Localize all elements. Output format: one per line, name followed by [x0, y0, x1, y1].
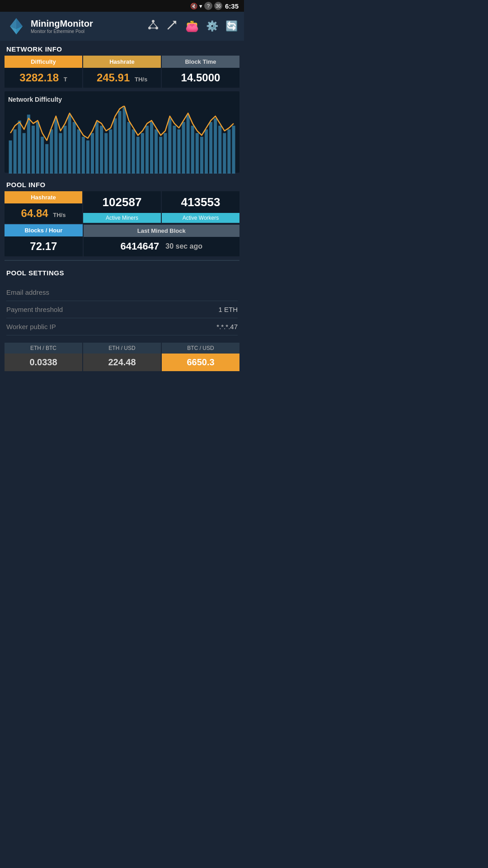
hashrate-box: Hashrate 245.91 TH/s	[83, 56, 161, 88]
wallet-icon[interactable]: 👛	[185, 20, 199, 33]
svg-rect-15	[27, 115, 30, 174]
eth-usd-box: ETH / USD 224.48	[83, 343, 161, 371]
btc-usd-value: 6650.3	[162, 354, 239, 371]
pool-info-panel: Hashrate 64.84 TH/s 102587 Active Miners…	[0, 191, 244, 256]
svg-rect-45	[164, 133, 167, 174]
app-subtitle: Monitor for Ethermine Pool	[31, 29, 93, 34]
difficulty-label: Difficulty	[5, 56, 82, 68]
svg-rect-44	[159, 137, 162, 174]
svg-rect-23	[63, 126, 66, 174]
btc-usd-box: BTC / USD 6650.3	[162, 343, 239, 371]
svg-rect-20	[50, 129, 53, 174]
block-number: 6414647	[121, 241, 160, 252]
svg-rect-24	[68, 115, 71, 174]
pool-hashrate-box: Hashrate 64.84 TH/s	[5, 191, 82, 223]
svg-rect-47	[173, 126, 176, 174]
logo-text: MiningMonitor Monitor for Ethermine Pool	[31, 19, 93, 34]
svg-rect-35	[118, 111, 121, 174]
svg-rect-34	[113, 118, 117, 174]
svg-rect-49	[182, 122, 185, 174]
svg-rect-51	[191, 126, 194, 174]
settings-icon[interactable]: ⚙️	[206, 20, 218, 32]
network-icon[interactable]	[147, 19, 159, 33]
svg-rect-11	[9, 141, 12, 174]
chart-title: Network Difficulty	[8, 96, 236, 103]
help-icon: ?	[204, 2, 212, 10]
svg-line-10	[168, 23, 174, 29]
svg-rect-31	[100, 126, 103, 174]
pool-bottom-grid: Blocks / Hour 72.17 Last Mined Block 641…	[5, 224, 239, 256]
pool-info-title: POOL INFO	[0, 176, 244, 191]
worker-ip-setting-row: Worker public IP *.*.*.47	[6, 318, 238, 335]
active-workers-count: 413553	[162, 192, 239, 213]
svg-rect-30	[95, 122, 99, 174]
last-mined-block-box: Last Mined Block 6414647 30 sec ago	[84, 224, 239, 256]
app-name: MiningMonitor	[31, 19, 93, 29]
worker-ip-label: Worker public IP	[6, 323, 56, 330]
svg-rect-53	[200, 137, 203, 174]
svg-rect-29	[91, 133, 94, 174]
svg-rect-39	[136, 137, 140, 174]
network-metrics-grid: Difficulty 3282.18 T Hashrate 245.91 TH/…	[5, 56, 239, 88]
hashrate-value: 245.91 TH/s	[95, 68, 149, 88]
svg-rect-37	[127, 122, 131, 174]
last-mined-block-value: 6414647 30 sec ago	[84, 237, 239, 256]
status-icons: 🔇 ▾ ? 36	[190, 2, 222, 10]
eth-btc-label: ETH / BTC	[5, 343, 82, 354]
svg-rect-54	[205, 129, 208, 174]
payment-setting-row: Payment threshold 1 ETH	[6, 301, 238, 318]
svg-rect-56	[214, 118, 217, 174]
refresh-icon[interactable]: 🔄	[225, 20, 238, 32]
svg-rect-18	[41, 137, 44, 174]
svg-rect-52	[196, 133, 199, 174]
svg-line-7	[150, 23, 153, 27]
email-setting-row: Email address	[6, 284, 238, 301]
last-mined-block-label: Last Mined Block	[84, 225, 239, 237]
network-info-panel: Difficulty 3282.18 T Hashrate 245.91 TH/…	[0, 56, 244, 88]
pickaxe-icon[interactable]	[166, 19, 178, 33]
active-workers-box: 413553 Active Workers	[162, 191, 239, 223]
hashrate-label: Hashrate	[83, 56, 161, 68]
worker-ip-value: *.*.*.47	[216, 323, 238, 330]
active-workers-label: Active Workers	[162, 213, 239, 223]
svg-rect-36	[123, 107, 126, 174]
pool-top-grid: Hashrate 64.84 TH/s 102587 Active Miners…	[5, 191, 239, 223]
pool-hashrate-label: Hashrate	[5, 191, 82, 203]
block-time-ago: 30 sec ago	[165, 242, 202, 250]
active-miners-box: 102587 Active Miners	[83, 191, 161, 223]
blocks-hour-label: Blocks / Hour	[5, 224, 83, 236]
payment-label: Payment threshold	[6, 306, 63, 313]
block-time-value: 14.5000	[179, 68, 222, 88]
app-logo	[6, 16, 26, 36]
svg-rect-46	[168, 118, 171, 174]
blocks-hour-value: 72.17	[28, 236, 59, 256]
svg-rect-28	[86, 141, 89, 174]
mute-icon: 🔇	[190, 3, 197, 9]
btc-usd-label: BTC / USD	[162, 343, 239, 354]
svg-rect-16	[32, 126, 35, 174]
svg-rect-21	[54, 118, 57, 174]
chart-area	[8, 106, 236, 174]
network-difficulty-chart: Network Difficulty	[5, 91, 239, 173]
payment-value: 1 ETH	[218, 306, 238, 313]
network-info-title: NETWORK INFO	[0, 41, 244, 56]
active-miners-count: 102587	[83, 192, 161, 213]
status-time: 6:35	[225, 2, 239, 10]
active-miners-label: Active Miners	[83, 213, 161, 223]
difficulty-value: 3282.18 T	[18, 68, 69, 88]
difficulty-box: Difficulty 3282.18 T	[5, 56, 82, 88]
svg-rect-32	[104, 133, 108, 174]
svg-rect-33	[109, 129, 112, 174]
chart-svg	[8, 106, 236, 174]
svg-rect-38	[132, 129, 135, 174]
svg-rect-60	[232, 126, 235, 174]
pool-hashrate-value: 64.84 TH/s	[19, 203, 68, 223]
svg-rect-40	[141, 133, 144, 174]
email-label: Email address	[6, 288, 49, 296]
svg-rect-55	[209, 122, 212, 174]
svg-rect-43	[155, 129, 158, 174]
svg-point-4	[152, 20, 155, 23]
divider-1	[5, 260, 239, 261]
svg-rect-13	[18, 121, 21, 174]
svg-rect-50	[187, 115, 190, 174]
